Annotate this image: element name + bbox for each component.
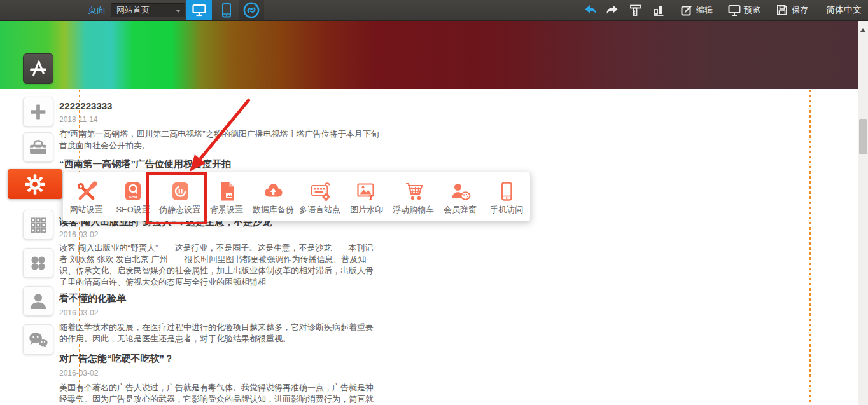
link-icon xyxy=(242,1,260,19)
page-label: 页面 xyxy=(88,4,106,16)
save-button[interactable]: 保存 xyxy=(776,4,808,17)
site-header-banner xyxy=(0,20,858,89)
undo-icon xyxy=(584,4,598,16)
article-divider xyxy=(59,289,379,289)
stats-icon xyxy=(652,4,665,17)
popup-item-label: 多语言站点 xyxy=(299,204,340,216)
mobile-view-button[interactable] xyxy=(216,0,237,20)
cloud-backup-icon xyxy=(262,181,284,202)
preview-button[interactable]: 预览 xyxy=(728,4,760,17)
popup-item-image-watermark[interactable]: T 图片水印 xyxy=(343,172,389,221)
language-switcher[interactable]: 简体中文 xyxy=(826,4,862,16)
popup-item-database-backup[interactable]: 数据库备份 xyxy=(250,172,297,221)
popup-item-site-settings[interactable]: 网站设置 xyxy=(63,172,109,221)
link-view-button[interactable] xyxy=(239,0,264,20)
user-icon xyxy=(26,289,50,313)
toolbox-icon xyxy=(26,135,50,160)
sidebar-item-chat[interactable] xyxy=(23,324,53,355)
save-floppy-icon xyxy=(776,4,788,17)
undo-button[interactable] xyxy=(584,4,598,16)
preview-monitor-icon xyxy=(728,4,741,17)
article-title[interactable]: “西南第一高钢塔”广告位使用权首度开拍 xyxy=(59,158,379,170)
settings-popup: 网站设置 seo SEO设置 伪静态设置 xyxy=(62,172,531,221)
top-toolbar: 页面 网站首页 xyxy=(0,0,868,21)
desktop-view-button[interactable] xyxy=(186,0,212,20)
sidebar-item-member[interactable] xyxy=(23,286,53,316)
member-palette-icon xyxy=(449,181,472,202)
popup-item-label: SEO设置 xyxy=(116,204,150,216)
clover-icon xyxy=(27,252,50,275)
preview-label: 预览 xyxy=(744,4,760,16)
popup-item-pseudo-static[interactable]: 伪静态设置 xyxy=(157,172,203,221)
article-date: 2018-11-14 xyxy=(59,115,98,124)
wechat-icon xyxy=(25,327,51,352)
background-page-icon xyxy=(215,181,238,202)
popup-item-label: 伪静态设置 xyxy=(159,204,200,216)
desktop-icon xyxy=(192,4,206,17)
editor-window: 页面 网站首页 xyxy=(0,0,868,405)
popup-item-label: 会员弹窗 xyxy=(444,204,477,216)
popup-item-mobile-access[interactable]: 手机访问 xyxy=(484,172,530,221)
image-watermark-icon: T xyxy=(355,181,378,202)
shopping-cart-icon xyxy=(402,181,425,202)
article-title[interactable]: 看不懂的化验单 xyxy=(59,292,379,305)
wrench-cross-icon xyxy=(75,181,98,202)
article-date: 2016-03-02 xyxy=(59,308,98,317)
stats-button[interactable] xyxy=(652,4,665,17)
article-title[interactable]: 2222223333 xyxy=(59,100,379,111)
scrollbar-thumb[interactable] xyxy=(859,119,867,154)
redo-icon xyxy=(605,4,619,16)
right-page-guide xyxy=(809,90,811,405)
svg-text:T: T xyxy=(368,192,374,202)
toolbar-right-group: 编辑 预览 保存 简体中文 xyxy=(584,0,862,20)
scrollbar-up-arrow-icon[interactable] xyxy=(860,28,865,32)
article-date: 2016-03-02 xyxy=(59,230,98,239)
sidebar-item-tools[interactable] xyxy=(23,132,53,162)
plus-icon xyxy=(27,100,50,123)
sidebar-item-modules[interactable] xyxy=(23,210,53,240)
vertical-scrollbar[interactable] xyxy=(858,20,868,405)
article-date: 2016-03-02 xyxy=(59,369,98,378)
popup-item-background-settings[interactable]: 背景设置 xyxy=(203,172,249,221)
seo-magnifier-icon: seo xyxy=(122,181,144,202)
chevron-down-icon xyxy=(176,10,181,13)
mobile-icon xyxy=(221,3,232,18)
popup-item-member-popup[interactable]: 会员弹窗 xyxy=(437,172,483,221)
article-summary: 有“西南第一高钢塔，四川第二高电视塔”之称的德阳广播电视塔主塔广告位将于本月下旬… xyxy=(59,128,379,151)
redo-button[interactable] xyxy=(605,4,619,16)
popup-item-label: 背景设置 xyxy=(210,204,243,216)
popup-item-label: 图片水印 xyxy=(350,204,383,216)
popup-item-multilang-site[interactable]: 多语言站点 xyxy=(297,172,343,221)
edit-button[interactable]: 编辑 xyxy=(680,4,713,17)
edit-icon xyxy=(680,4,693,17)
sidebar-item-design[interactable] xyxy=(23,53,53,84)
page-select-dropdown[interactable]: 网站首页 xyxy=(111,3,185,17)
keyboard-gear-icon xyxy=(309,181,332,202)
sidebar-item-apps[interactable] xyxy=(23,248,53,278)
gear-icon xyxy=(23,172,47,196)
popup-item-floating-cart[interactable]: 浮动购物车 xyxy=(390,172,437,221)
smartphone-icon xyxy=(495,181,518,202)
article-summary: 读客 闯入出版业的“野蛮人” 这是行业，不是圈子。这是生意，不是沙龙 本刊记者 … xyxy=(59,242,379,288)
grid-icon xyxy=(27,214,50,237)
edit-label: 编辑 xyxy=(696,4,713,16)
design-appstore-icon xyxy=(25,56,51,81)
popup-item-label: 数据库备份 xyxy=(253,204,294,216)
pseudo-static-icon xyxy=(169,181,192,202)
article-summary: 随着医学技术的发展，在医疗过程中进行的化验项目越来越多，它对诊断疾病起着重要的作… xyxy=(59,322,379,345)
sidebar-item-settings[interactable] xyxy=(8,169,62,199)
ruler-button[interactable] xyxy=(629,4,642,17)
ruler-icon xyxy=(629,4,642,17)
popup-item-seo-settings[interactable]: seo SEO设置 xyxy=(109,172,156,221)
popup-item-label: 手机访问 xyxy=(490,204,523,216)
sidebar-item-add[interactable] xyxy=(23,97,53,127)
page-select-value: 网站首页 xyxy=(116,5,150,15)
article-divider xyxy=(59,153,379,153)
popup-item-label: 浮动购物车 xyxy=(393,204,434,216)
save-label: 保存 xyxy=(792,4,808,16)
article-divider xyxy=(59,348,379,348)
svg-text:seo: seo xyxy=(129,193,137,199)
article-summary: 美国有个著名的广告人说过，广告就是有毒气体。我觉得说得再准确一点，广告就是神经毒… xyxy=(59,382,379,405)
popup-item-label: 网站设置 xyxy=(70,204,103,216)
article-title[interactable]: 对广告怎能“吃硬不吃软”？ xyxy=(59,353,379,365)
